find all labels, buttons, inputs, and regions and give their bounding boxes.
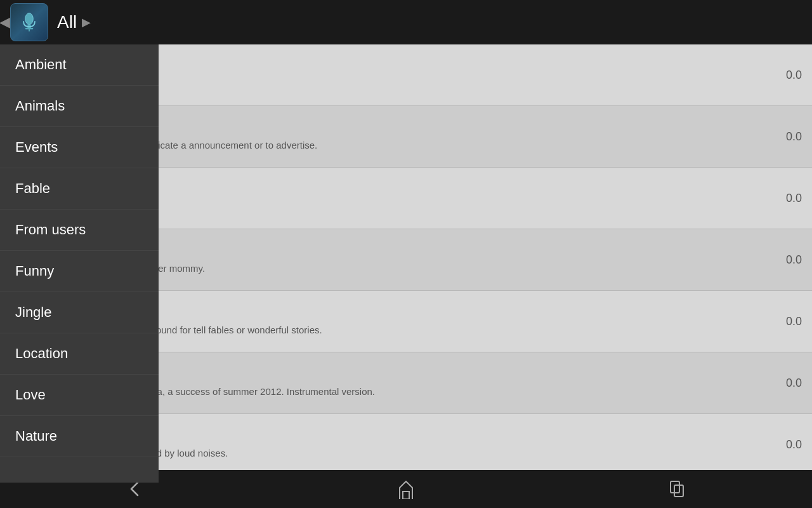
row-score: 0.0: [786, 69, 802, 82]
back-arrow[interactable]: ◀: [0, 14, 10, 30]
row-title: Ba...: [54, 369, 780, 384]
menu-item-nature[interactable]: Nature: [0, 416, 159, 457]
row-score: 0.0: [786, 315, 802, 328]
menu-item-fable[interactable]: Fable: [0, 168, 159, 210]
app-logo: ◀: [10, 3, 48, 41]
row-score: 0.0: [786, 438, 802, 451]
nav-home-button[interactable]: [381, 473, 431, 505]
row-title: Ba...: [54, 307, 780, 322]
row-score: 0.0: [786, 253, 802, 267]
row-score: 0.0: [786, 377, 802, 390]
row-desc: On... weet music background for tell fab…: [54, 324, 780, 335]
home-nav-icon: [396, 479, 416, 499]
row-text: Ba... On... weet music background for te…: [54, 307, 780, 335]
row-text: An... Mu... ould be used to indicate a a…: [54, 123, 780, 150]
svg-rect-3: [29, 29, 30, 32]
microphone-icon: [18, 11, 41, 34]
header-title: All: [57, 12, 77, 32]
menu-item-ambient[interactable]: Ambient: [0, 44, 159, 86]
row-score: 0.0: [786, 130, 802, 144]
row-title: An...: [54, 123, 780, 137]
row-desc: Ha...: [54, 201, 780, 212]
menu-item-funny[interactable]: Funny: [0, 251, 159, 292]
row-desc: A s... artist Gusttavo Lima, a success o…: [54, 386, 780, 397]
menu-item-jingle[interactable]: Jingle: [0, 292, 159, 333]
recents-nav-icon: [667, 479, 687, 499]
row-desc: Mu... ould be used to indicate a announc…: [54, 140, 780, 150]
row-text: Ba... A s... artist Gusttavo Lima, a suc…: [54, 369, 780, 397]
nav-recents-button[interactable]: [652, 473, 702, 505]
header-dropdown-arrow[interactable]: ▶: [82, 15, 91, 29]
menu-item-from-users[interactable]: From users: [0, 210, 159, 251]
row-desc: Yo... ... bon voyage: [54, 78, 780, 89]
row-title: Ca...: [54, 431, 780, 445]
svg-point-0: [25, 13, 34, 25]
row-desc: A b... ause she wanted her mommy.: [54, 263, 780, 274]
row-text: Ca... Stuck in trafic surrounded by loud…: [54, 431, 780, 458]
row-text: Ai... Yo... ... bon voyage: [54, 61, 780, 89]
row-desc: Stuck in trafic surrounded by loud noise…: [54, 448, 780, 458]
row-text: Ba... A b... ause she wanted her mommy.: [54, 246, 780, 274]
svg-rect-26: [403, 491, 409, 499]
main-content: Ai... Yo... ... bon voyage 0.0 An... Mu.…: [0, 44, 812, 483]
row-title: Ai...: [54, 61, 780, 76]
menu-item-events[interactable]: Events: [0, 127, 159, 168]
row-text: An... Ha...: [54, 184, 780, 212]
menu-item-location[interactable]: Location: [0, 333, 159, 375]
menu-item-animals[interactable]: Animals: [0, 86, 159, 127]
row-title: Ba...: [54, 246, 780, 260]
dropdown-menu: Ambient Animals Events Fable From users …: [0, 44, 159, 483]
row-title: An...: [54, 184, 780, 199]
menu-item-love[interactable]: Love: [0, 375, 159, 416]
top-bar: ◀ All ▶: [0, 0, 812, 44]
row-score: 0.0: [786, 192, 802, 205]
